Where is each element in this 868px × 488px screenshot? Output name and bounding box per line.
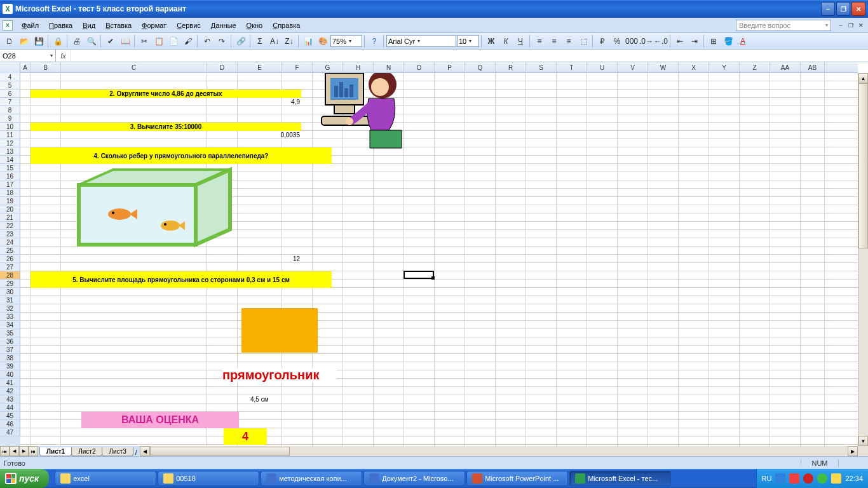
taskbar-item[interactable]: Документ2 - Microso... (363, 471, 465, 486)
doc-restore-button[interactable]: ❐ (846, 21, 855, 30)
row-header-20[interactable]: 20 (0, 205, 20, 214)
row-header-30[interactable]: 30 (0, 288, 20, 296)
row-header-16[interactable]: 16 (0, 172, 20, 180)
column-header-S[interactable]: S (526, 62, 557, 73)
ask-question-box[interactable]: Введите вопрос▾ (736, 20, 831, 31)
row-header-41[interactable]: 41 (0, 379, 20, 387)
column-header-B[interactable]: B (31, 62, 61, 73)
taskbar-item[interactable]: методическая копи... (261, 471, 362, 486)
row-header-44[interactable]: 44 (0, 403, 20, 412)
zoom-combo[interactable]: 75%▾ (330, 35, 362, 47)
align-center-button[interactable]: ≡ (547, 34, 561, 48)
taskbar-item[interactable]: 00518 (158, 471, 259, 486)
bold-button[interactable]: Ж (484, 34, 498, 48)
scroll-down-button[interactable]: ▼ (858, 436, 868, 446)
menu-справка[interactable]: Справка (268, 20, 305, 30)
row-header-43[interactable]: 43 (0, 395, 20, 403)
horizontal-scroll-thumb[interactable] (150, 447, 290, 456)
help-button[interactable]: ? (367, 34, 381, 48)
autosum-button[interactable]: Σ (253, 34, 267, 48)
column-header-X[interactable]: X (679, 62, 709, 73)
row-header-36[interactable]: 36 (0, 337, 20, 346)
row-header-10[interactable]: 10 (0, 123, 20, 131)
row-header-6[interactable]: 6 (0, 90, 20, 98)
column-header-F[interactable]: F (282, 62, 313, 73)
new-button[interactable]: 🗋 (3, 34, 17, 48)
tray-icon[interactable] (803, 473, 813, 484)
chart-button[interactable]: 📊 (301, 34, 315, 48)
tab-next-button[interactable]: ▶ (19, 446, 29, 456)
row-header-13[interactable]: 13 (0, 147, 20, 156)
row-header-46[interactable]: 46 (0, 420, 20, 428)
row-header-40[interactable]: 40 (0, 370, 20, 379)
row-header-7[interactable]: 7 (0, 98, 20, 106)
row-header-5[interactable]: 5 (0, 81, 20, 90)
menu-формат[interactable]: Формат (137, 20, 172, 30)
menu-сервис[interactable]: Сервис (172, 20, 206, 30)
doc-close-button[interactable]: ✕ (857, 21, 865, 30)
taskbar-item[interactable]: Microsoft Excel - тес... (569, 471, 671, 486)
sort-asc-button[interactable]: A↓ (268, 34, 281, 48)
row-header-45[interactable]: 45 (0, 412, 20, 420)
row-header-21[interactable]: 21 (0, 214, 20, 222)
vertical-scrollbar[interactable]: ▲ ▼ (858, 73, 868, 446)
tab-first-button[interactable]: ⏮ (0, 446, 10, 456)
row-header-33[interactable]: 33 (0, 313, 20, 321)
borders-button[interactable]: ⊞ (707, 34, 721, 48)
print-button[interactable]: 🖨 (70, 34, 84, 48)
align-left-button[interactable]: ≡ (532, 34, 546, 48)
tray-icon[interactable] (831, 473, 841, 484)
menu-правка[interactable]: Правка (44, 20, 78, 30)
row-header-4[interactable]: 4 (0, 73, 20, 81)
row-header-28[interactable]: 28 (0, 271, 20, 280)
cut-button[interactable]: ✂ (137, 34, 151, 48)
row-header-11[interactable]: 11 (0, 131, 20, 139)
research-button[interactable]: 📖 (118, 34, 132, 48)
row-header-24[interactable]: 24 (0, 238, 20, 247)
sort-desc-button[interactable]: Z↓ (282, 34, 296, 48)
currency-button[interactable]: ₽ (595, 34, 609, 48)
row-header-37[interactable]: 37 (0, 346, 20, 354)
italic-button[interactable]: К (499, 34, 513, 48)
tab-last-button[interactable]: ⏭ (29, 446, 38, 456)
column-header-Q[interactable]: Q (465, 62, 496, 73)
sheet-tab-Лист3[interactable]: Лист3 (102, 447, 133, 456)
font-color-button[interactable]: A (736, 34, 750, 48)
select-all-corner[interactable] (0, 62, 20, 73)
horizontal-scrollbar[interactable]: ◀ ▶ (140, 446, 858, 456)
row-header-9[interactable]: 9 (0, 114, 20, 123)
hyperlink-button[interactable]: 🔗 (234, 34, 248, 48)
column-header-R[interactable]: R (496, 62, 526, 73)
row-header-14[interactable]: 14 (0, 156, 20, 164)
row-header-12[interactable]: 12 (0, 139, 20, 147)
align-right-button[interactable]: ≡ (562, 34, 576, 48)
column-header-T[interactable]: T (557, 62, 587, 73)
column-header-C[interactable]: C (61, 62, 207, 73)
column-header-V[interactable]: V (618, 62, 648, 73)
decrease-indent-button[interactable]: ⇤ (673, 34, 687, 48)
row-header-39[interactable]: 39 (0, 362, 20, 370)
paste-button[interactable]: 📄 (166, 34, 180, 48)
sheet-tab-Лист2[interactable]: Лист2 (71, 447, 102, 456)
row-header-38[interactable]: 38 (0, 354, 20, 362)
taskbar-item[interactable]: Microsoft PowerPoint ... (466, 471, 568, 486)
row-header-31[interactable]: 31 (0, 296, 20, 304)
minimize-button[interactable]: – (821, 2, 835, 16)
row-header-47[interactable]: 47 (0, 428, 20, 437)
comma-button[interactable]: 000 (625, 34, 639, 48)
workbook-icon[interactable]: X (3, 20, 13, 30)
undo-button[interactable]: ↶ (200, 34, 214, 48)
column-header-W[interactable]: W (648, 62, 679, 73)
row-header-32[interactable]: 32 (0, 304, 20, 313)
permission-button[interactable]: 🔒 (51, 34, 65, 48)
row-header-42[interactable]: 42 (0, 387, 20, 395)
taskbar-item[interactable]: excel (55, 471, 156, 486)
font-combo[interactable]: Arial Cyr▾ (386, 35, 456, 47)
column-header-AB[interactable]: AB (801, 62, 825, 73)
row-header-25[interactable]: 25 (0, 247, 20, 255)
column-header-P[interactable]: P (435, 62, 465, 73)
row-header-27[interactable]: 27 (0, 263, 20, 271)
column-header-U[interactable]: U (587, 62, 618, 73)
name-box[interactable]: O28▾ (0, 50, 56, 62)
row-header-29[interactable]: 29 (0, 280, 20, 288)
